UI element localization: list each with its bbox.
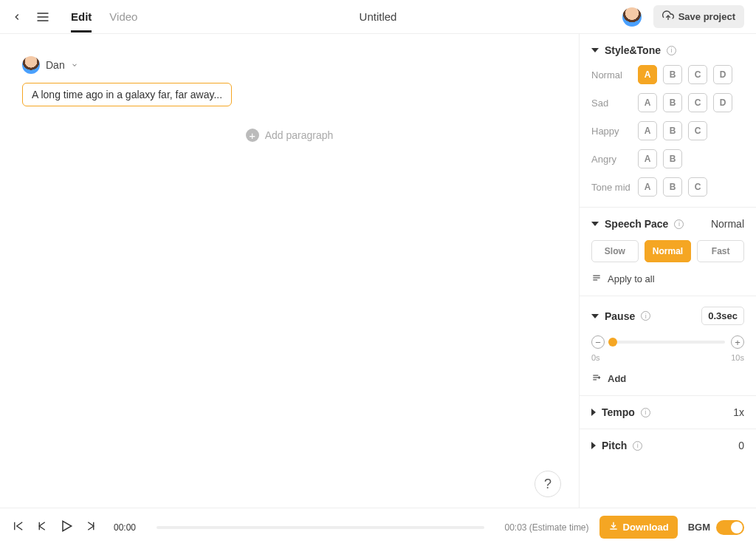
info-icon[interactable]: i xyxy=(641,311,650,321)
panel-style-tone: Style&Tone i Normal A B C D Sad xyxy=(580,34,756,208)
save-project-label: Save project xyxy=(678,11,735,22)
tone-row-happy: Happy A B C xyxy=(591,121,744,140)
tone-happy-c[interactable]: C xyxy=(688,121,707,140)
tone-mid-b[interactable]: B xyxy=(663,177,682,197)
tone-row-tonemid: Tone mid A B C xyxy=(591,177,744,197)
tone-label: Tone mid xyxy=(591,182,638,193)
next-button[interactable] xyxy=(84,519,97,536)
panel-style-tone-header[interactable]: Style&Tone i xyxy=(591,44,744,56)
panel-pitch-header[interactable]: Pitch i 0 xyxy=(591,440,744,451)
tone-label: Normal xyxy=(591,69,638,81)
panel-pause-header[interactable]: Pause i 0.3sec xyxy=(591,307,744,325)
menu-button[interactable] xyxy=(35,10,50,24)
tone-angry-a[interactable]: A xyxy=(638,149,657,168)
caret-down-icon xyxy=(591,314,599,318)
pause-minus-button[interactable]: − xyxy=(591,335,605,349)
tone-normal-d[interactable]: D xyxy=(713,65,732,84)
bgm-toggle[interactable] xyxy=(716,520,744,535)
apply-all-label: Apply to all xyxy=(608,273,655,284)
pause-slider[interactable] xyxy=(611,341,725,344)
panel-tempo: Tempo i 1x xyxy=(580,396,756,429)
speaker-selector[interactable]: Dan xyxy=(22,56,557,74)
tone-sad-b[interactable]: B xyxy=(663,93,682,112)
prev-button[interactable] xyxy=(35,519,49,536)
panel-pause: Pause i 0.3sec − + 0s 10s xyxy=(580,296,756,396)
download-icon xyxy=(608,521,619,533)
pause-add-label: Add xyxy=(608,373,626,384)
tone-angry-b[interactable]: B xyxy=(663,149,682,168)
plus-circle-icon: + xyxy=(246,129,259,142)
transport-bar: 00:00 00:03 (Estimate time) Download BGM xyxy=(0,508,756,546)
caret-down-icon xyxy=(591,48,599,52)
speech-text-block[interactable]: A long time ago in a galaxy far, far awa… xyxy=(22,83,232,106)
info-icon[interactable]: i xyxy=(667,46,676,55)
pace-slow[interactable]: Slow xyxy=(591,240,639,262)
tab-video[interactable]: Video xyxy=(109,1,137,33)
tone-label: Angry xyxy=(591,154,638,165)
pause-title: Pause xyxy=(605,310,635,322)
tone-happy-b[interactable]: B xyxy=(663,121,682,140)
save-project-button[interactable]: Save project xyxy=(653,5,744,28)
pause-add-button[interactable]: Add xyxy=(591,372,744,385)
tone-mid-c[interactable]: C xyxy=(688,177,707,197)
tone-sad-a[interactable]: A xyxy=(638,93,657,112)
chevron-down-icon xyxy=(71,58,78,72)
add-paragraph-button[interactable]: + Add paragraph xyxy=(22,129,557,142)
project-title[interactable]: Untitled xyxy=(360,10,397,23)
pace-normal[interactable]: Normal xyxy=(645,240,692,262)
pause-max-label: 10s xyxy=(731,353,744,362)
tone-happy-a[interactable]: A xyxy=(638,121,657,140)
panel-speech-pace: Speech Pace i Normal Slow Normal Fast Ap… xyxy=(580,208,756,296)
topbar: Edit Video Untitled Save project xyxy=(0,0,756,34)
help-button[interactable]: ? xyxy=(535,471,561,497)
sidebar: Style&Tone i Normal A B C D Sad xyxy=(579,34,756,508)
tone-normal-c[interactable]: C xyxy=(688,65,707,84)
tone-sad-d[interactable]: D xyxy=(713,93,732,112)
tab-edit[interactable]: Edit xyxy=(71,1,92,33)
tempo-value: 1x xyxy=(733,406,744,418)
speech-pace-current: Normal xyxy=(711,218,744,230)
playback-progress[interactable] xyxy=(157,526,484,529)
back-button[interactable] xyxy=(12,12,22,22)
pause-value[interactable]: 0.3sec xyxy=(701,307,744,325)
tone-normal-a[interactable]: A xyxy=(638,65,657,84)
pause-plus-button[interactable]: + xyxy=(731,335,744,349)
panel-pitch: Pitch i 0 xyxy=(580,429,756,462)
time-current: 00:00 xyxy=(114,522,136,533)
list-plus-icon xyxy=(591,372,602,385)
caret-down-icon xyxy=(591,222,599,226)
tone-row-normal: Normal A B C D xyxy=(591,65,744,84)
panel-tempo-header[interactable]: Tempo i 1x xyxy=(591,406,744,418)
pitch-value: 0 xyxy=(738,440,744,451)
bgm-label: BGM xyxy=(688,522,710,533)
pause-slider-thumb[interactable] xyxy=(608,338,617,347)
pause-min-label: 0s xyxy=(591,353,600,362)
download-button[interactable]: Download xyxy=(599,516,678,539)
panel-speech-pace-header[interactable]: Speech Pace i Normal xyxy=(591,218,744,230)
info-icon[interactable]: i xyxy=(674,219,684,229)
tone-mid-a[interactable]: A xyxy=(638,177,657,197)
apply-to-all-button[interactable]: Apply to all xyxy=(591,273,744,285)
tone-label: Sad xyxy=(591,98,638,109)
user-avatar[interactable] xyxy=(622,7,642,27)
pitch-title: Pitch xyxy=(602,440,627,451)
caret-right-icon xyxy=(591,442,596,449)
tempo-title: Tempo xyxy=(602,406,635,418)
speaker-avatar xyxy=(22,56,40,74)
time-total: 00:03 (Estimate time) xyxy=(505,522,589,533)
tone-sad-c[interactable]: C xyxy=(688,93,707,112)
add-paragraph-label: Add paragraph xyxy=(265,129,334,141)
info-icon[interactable]: i xyxy=(633,441,642,451)
cloud-upload-icon xyxy=(662,10,674,24)
tone-normal-b[interactable]: B xyxy=(663,65,682,84)
info-icon[interactable]: i xyxy=(641,408,650,417)
speech-pace-title: Speech Pace xyxy=(605,218,668,230)
editor-area: Dan A long time ago in a galaxy far, far… xyxy=(0,34,579,508)
caret-right-icon xyxy=(591,409,596,416)
style-tone-title: Style&Tone xyxy=(605,44,661,56)
pace-fast[interactable]: Fast xyxy=(697,240,744,262)
play-button[interactable] xyxy=(59,519,74,536)
skip-start-button[interactable] xyxy=(12,519,25,536)
svg-marker-13 xyxy=(63,521,72,530)
download-label: Download xyxy=(623,522,669,533)
